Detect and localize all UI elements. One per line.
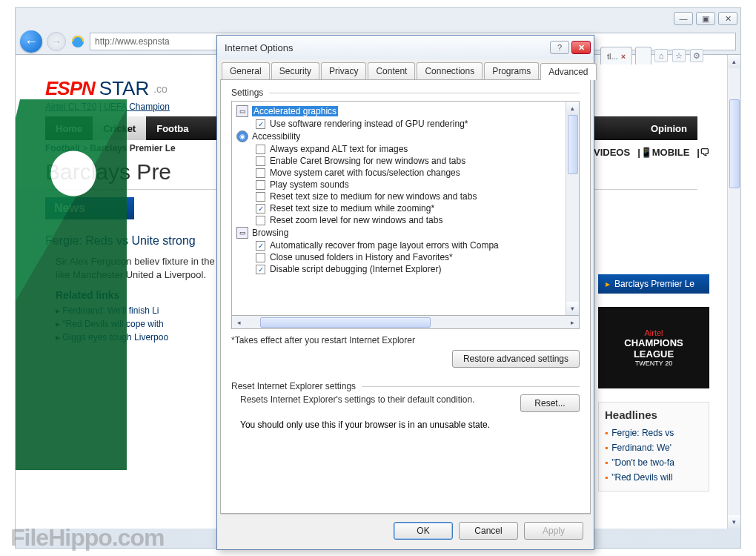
monitor-icon: ▭ <box>236 105 248 117</box>
section-browsing[interactable]: ▭Browsing <box>236 226 561 239</box>
favorites-icon[interactable]: ☆ <box>672 49 686 62</box>
restore-advanced-button[interactable]: Restore advanced settings <box>452 350 580 368</box>
reset-description: Resets Internet Explorer's settings to t… <box>240 394 510 412</box>
section-accelerated-graphics[interactable]: ▭Accelerated graphics <box>236 105 561 118</box>
tab-programs[interactable]: Programs <box>484 62 539 79</box>
star-logo: STAR <box>99 77 149 100</box>
forward-button[interactable]: → <box>47 32 66 51</box>
option-play-sounds[interactable]: Play system sounds <box>236 179 561 191</box>
minimize-button[interactable]: — <box>674 12 693 25</box>
checkbox[interactable] <box>256 145 265 154</box>
cancel-button[interactable]: Cancel <box>459 522 518 540</box>
dialog-tabs: General Security Privacy Content Connect… <box>217 59 594 79</box>
checkbox[interactable] <box>256 253 265 262</box>
section-accessibility[interactable]: ◉Accessibility <box>236 130 561 143</box>
checkbox[interactable] <box>256 168 265 178</box>
restart-note: *Takes effect after you restart Internet… <box>231 335 580 345</box>
tab-general[interactable]: General <box>222 62 270 79</box>
headline-item[interactable]: ▪"Don't be two-fa <box>605 455 703 470</box>
checkbox[interactable] <box>256 192 265 202</box>
apply-button[interactable]: Apply <box>524 522 583 540</box>
checkbox[interactable] <box>256 156 265 166</box>
new-tab-button[interactable] <box>635 47 651 64</box>
close-button[interactable]: ✕ <box>718 12 737 25</box>
checkbox[interactable] <box>256 204 265 214</box>
headline-item[interactable]: ▪"Red Devils will <box>605 470 703 485</box>
espn-logo: ESPN <box>45 77 95 100</box>
watermark: FileHippo.com <box>10 524 164 552</box>
checkbox[interactable] <box>256 216 265 225</box>
reset-warning: You should only use this if your browser… <box>240 420 580 430</box>
tab-security[interactable]: Security <box>271 62 319 79</box>
checkbox[interactable] <box>256 180 265 190</box>
nav-football[interactable]: Footba <box>146 116 199 140</box>
option-disable-script-debug[interactable]: Disable script debugging (Internet Explo… <box>236 263 561 275</box>
scroll-right-icon[interactable]: ▸ <box>566 319 579 326</box>
dialog-footer: OK Cancel Apply <box>220 514 591 546</box>
scroll-thumb[interactable] <box>260 317 431 328</box>
option-system-caret[interactable]: Move system caret with focus/selection c… <box>236 167 561 179</box>
dialog-titlebar: Internet Options ? ✕ <box>217 36 594 59</box>
scroll-up-icon[interactable]: ▴ <box>566 102 579 115</box>
window-titlebar: — ▣ ✕ <box>16 8 740 29</box>
option-auto-recover[interactable]: Automatically recover from page layout e… <box>236 239 561 251</box>
settings-tree: ▭Accelerated graphics Use software rende… <box>231 101 580 316</box>
accessibility-icon: ◉ <box>236 130 248 142</box>
page-scrollbar[interactable]: ▴ ▾ <box>727 55 740 529</box>
dialog-title: Internet Options <box>225 42 548 53</box>
ad-champions-league[interactable]: Airtel CHAMPIONS LEAGUE TWENTY 20 <box>598 307 709 388</box>
headlines-box: Headlines ▪Fergie: Reds vs ▪Ferdinand: W… <box>598 402 709 492</box>
link-videos[interactable]: VIDEOS <box>594 147 630 158</box>
ie-icon <box>70 34 85 49</box>
maximize-button[interactable]: ▣ <box>696 12 715 25</box>
link-chat[interactable]: |🗨 <box>697 147 709 158</box>
scroll-thumb[interactable] <box>568 115 578 174</box>
back-button[interactable]: ← <box>20 30 42 53</box>
scroll-down-button[interactable]: ▾ <box>728 515 740 529</box>
nav-opinion[interactable]: Opinion <box>640 116 697 140</box>
option-close-unused-folders[interactable]: Close unused folders in History and Favo… <box>236 251 561 263</box>
headline-item[interactable]: ▪Ferdinand: We' <box>605 440 703 455</box>
option-reset-text-zoom[interactable]: Reset text size to medium while zooming* <box>236 202 561 214</box>
scroll-up-button[interactable]: ▴ <box>728 55 740 68</box>
option-software-rendering[interactable]: Use software rendering instead of GPU re… <box>236 118 561 130</box>
headlines-title: Headlines <box>605 408 703 421</box>
link-mobile[interactable]: |📱MOBILE <box>637 147 689 158</box>
help-button[interactable]: ? <box>550 41 569 54</box>
sidebar-right: Airtel CHAMPIONS LEAGUE TWENTY 20 Headli… <box>598 307 709 492</box>
scroll-left-icon[interactable]: ◂ <box>232 319 245 326</box>
headline-item[interactable]: ▪Fergie: Reds vs <box>605 426 703 440</box>
tab-label: tl... <box>607 52 618 61</box>
option-reset-text-new[interactable]: Reset text size to medium for new window… <box>236 191 561 202</box>
option-reset-zoom[interactable]: Reset zoom level for new windows and tab… <box>236 214 561 226</box>
ok-button[interactable]: OK <box>394 522 453 540</box>
home-icon[interactable]: ⌂ <box>654 49 668 62</box>
news-strip-right[interactable]: ▸Barclays Premier Le <box>598 274 709 294</box>
tree-vertical-scrollbar[interactable]: ▴ ▾ <box>566 102 579 315</box>
reset-group-label: Reset Internet Explorer settings <box>231 381 580 391</box>
tab-connections[interactable]: Connections <box>417 62 483 79</box>
settings-group-label: Settings <box>231 87 580 98</box>
tab-privacy[interactable]: Privacy <box>321 62 366 79</box>
scroll-thumb[interactable] <box>729 99 740 188</box>
dialog-body: Settings ▭Accelerated graphics Use softw… <box>220 79 591 514</box>
browser-tab[interactable]: tl... × <box>600 47 632 64</box>
checkbox[interactable] <box>256 119 265 129</box>
option-expand-alt[interactable]: Always expand ALT text for images <box>236 143 561 155</box>
tab-close-icon[interactable]: × <box>621 52 626 61</box>
external-links: VIDEOS |📱MOBILE |🗨 <box>594 147 709 158</box>
checkbox[interactable] <box>256 241 265 251</box>
dialog-close-button[interactable]: ✕ <box>571 41 591 54</box>
dotcom-text: .co <box>153 83 168 95</box>
internet-options-dialog: Internet Options ? ✕ General Security Pr… <box>216 35 594 550</box>
option-caret-browsing[interactable]: Enable Caret Browsing for new windows an… <box>236 155 561 167</box>
settings-icon[interactable]: ⚙ <box>690 49 703 62</box>
tab-advanced[interactable]: Advanced <box>540 63 596 80</box>
background-graphic <box>16 99 127 470</box>
browsing-icon: ▭ <box>236 227 248 239</box>
checkbox[interactable] <box>256 265 265 274</box>
reset-button[interactable]: Reset... <box>520 394 580 412</box>
tab-content[interactable]: Content <box>368 62 415 79</box>
scroll-down-icon[interactable]: ▾ <box>566 302 579 315</box>
tree-horizontal-scrollbar[interactable]: ◂ ▸ <box>231 316 580 329</box>
